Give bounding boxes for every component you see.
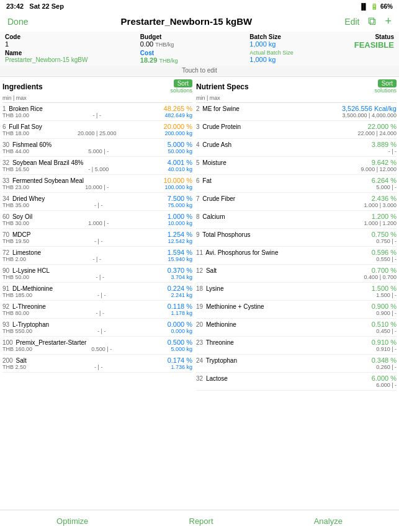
nut-minmax: 1.500 | - (196, 292, 397, 298)
ing-minmax: - | 5.000 (88, 166, 109, 172)
ing-pct: 0.224 % (168, 285, 192, 292)
nut-value: 22.000 % (368, 123, 397, 130)
ingredients-sort-button[interactable]: Sort (174, 79, 192, 87)
ingredient-row: 60 Soy Oil 1.000 % THB 30.00 1.000 | - 1… (2, 211, 192, 229)
ing-id: 33 (2, 177, 9, 184)
ing-id: 34 (2, 195, 9, 202)
nutrients-sort-area: Sort solutions (374, 79, 397, 94)
ing-minmax: - | - (93, 112, 101, 118)
nut-name: Fat (202, 177, 211, 184)
ing-price: THB 2.50 (2, 364, 26, 370)
status-bar: 23:42 Sat 22 Sep ▐▌ 🔋 66% (0, 0, 399, 12)
add-icon[interactable]: + (385, 15, 392, 28)
nut-minmax: 0.260 | - (196, 364, 397, 370)
ingredient-row: 32 Soybean Meal Brazil 48% 4.001 % THB 1… (2, 157, 192, 175)
ing-id: 92 (2, 303, 9, 310)
wifi-icon: ▐▌ (359, 3, 368, 10)
nav-title: Prestarter_Newborn-15 kgBW (28, 16, 344, 27)
nut-value: 0.900 % (372, 303, 397, 310)
time-date: 23:42 Sat 22 Sep (6, 2, 64, 10)
ing-kg: 482.649 kg (164, 112, 192, 118)
ing-price: THB 550.00 (2, 328, 32, 334)
nut-id: 5 (196, 159, 200, 166)
nutrient-row: 24 Tryptophan 0.348 % 0.260 | - (196, 355, 397, 373)
nut-id: 4 (196, 141, 200, 148)
copy-icon[interactable]: ⧉ (368, 15, 376, 28)
nut-value: 1.500 % (372, 285, 397, 292)
nut-minmax: 9.000 | 12.000 (196, 166, 397, 172)
nutrients-sort-button[interactable]: Sort (378, 79, 397, 87)
nut-name: Lysine (206, 285, 224, 292)
ing-id-name: 60 Soy Oil (2, 213, 32, 220)
report-button[interactable]: Report (189, 516, 213, 526)
ing-pct: 0.174 % (168, 357, 192, 364)
nut-id: 6 (196, 177, 200, 184)
ing-id-name: 70 MDCP (2, 231, 30, 238)
ing-name: Soy Oil (12, 213, 32, 220)
ing-pct: 0.000 % (168, 321, 192, 328)
nut-min-max-label: min | max (196, 95, 220, 101)
done-button[interactable]: Done (7, 17, 28, 27)
edit-button[interactable]: Edit (344, 17, 359, 27)
ing-kg: 12.542 kg (168, 238, 192, 244)
ing-minmax: - | - (94, 238, 102, 244)
ing-id-name: 72 Limestone (2, 249, 41, 256)
optimize-button[interactable]: Optimize (56, 516, 88, 526)
ingredients-sort-area: Sort solutions (170, 79, 192, 94)
nut-minmax: 0.900 | - (196, 310, 397, 316)
nut-id: 7 (196, 195, 200, 202)
nut-id: 11 (196, 249, 203, 256)
ing-price: THB 23.00 (2, 184, 29, 190)
nut-value: 3.889 % (372, 141, 397, 148)
nut-id: 3 (196, 123, 200, 130)
ing-id: 6 (2, 123, 6, 130)
ing-name: Dried Whey (12, 195, 45, 202)
ing-id-name: 32 Soybean Meal Brazil 48% (2, 159, 83, 166)
ingredient-row: 92 L-Threonine 0.118 % THB 80.00 - | - 1… (2, 301, 192, 319)
ing-id: 90 (2, 267, 9, 274)
analyze-button[interactable]: Analyze (314, 516, 343, 526)
ing-id-name: 200 Salt (2, 357, 27, 364)
ing-name: Fishmeal 60% (12, 141, 52, 148)
nut-id: 24 (196, 357, 203, 364)
ing-kg: 75.000 kg (168, 202, 192, 208)
ing-kg: 2.241 kg (171, 292, 192, 298)
nut-id-name: 3 Crude Protein (196, 123, 241, 130)
ing-pct: 0.500 % (168, 339, 192, 346)
ing-minmax: - | - (94, 364, 102, 370)
ing-price: THB 2.00 (2, 256, 26, 262)
touch-edit[interactable]: Touch to edit (0, 66, 399, 75)
ing-price: THB 16.50 (2, 166, 29, 172)
ingredients-col-headers: min | max (2, 95, 192, 103)
ing-minmax: - | - (96, 274, 104, 280)
ing-id-name: 93 L-Tryptophan (2, 321, 49, 328)
ing-kg: 40.010 kg (168, 166, 192, 172)
nut-name: Avi. Phosphorus for Swine (205, 249, 278, 256)
ingredient-row: 72 Limestone 1.594 % THB 2.00 - | - 15.9… (2, 247, 192, 265)
nutrient-row: 23 Threonine 0.910 % 0.910 | - (196, 337, 397, 355)
ing-name: Premix_Prestarter-Starter (16, 339, 86, 346)
ingredient-row: 200 Salt 0.174 % THB 2.50 - | - 1.736 kg (2, 355, 192, 373)
ing-id: 93 (2, 321, 9, 328)
battery-icon: 🔋 (370, 3, 378, 10)
nut-id-name: 9 Total Phosphorus (196, 231, 250, 238)
ing-id: 60 (2, 213, 9, 220)
nut-value: 0.510 % (372, 321, 397, 328)
ing-name: Broken Rice (9, 105, 42, 112)
ing-name: Limestone (12, 249, 41, 256)
nutrient-row: 9 Total Phosphorus 0.750 % 0.750 | - (196, 229, 397, 247)
nut-id: 8 (196, 213, 200, 220)
nut-name: Salt (206, 267, 217, 274)
main-content: Ingredients Sort solutions min | max 1 B… (0, 77, 399, 391)
nut-id: 23 (196, 339, 203, 346)
ing-kg: 200.000 kg (164, 130, 192, 136)
bottom-nav: Optimize Report Analyze (0, 510, 399, 532)
ing-minmax: 10.000 | - (85, 184, 109, 190)
ing-id-name: 30 Fishmeal 60% (2, 141, 52, 148)
nut-minmax: 22.000 | 24.000 (196, 130, 397, 136)
nut-value: 6.000 % (372, 375, 397, 382)
ing-kg: 1.178 kg (171, 310, 192, 316)
nutrient-row: 12 Salt 0.700 % 0.400 | 0.700 (196, 265, 397, 283)
ing-name: Full Fat Soy (9, 123, 42, 130)
ing-minmax: 20.000 | 25.000 (78, 130, 116, 136)
